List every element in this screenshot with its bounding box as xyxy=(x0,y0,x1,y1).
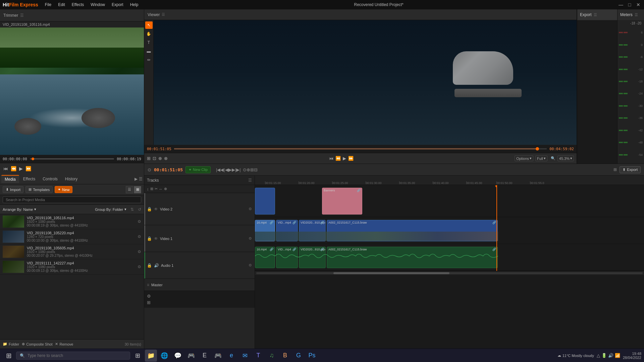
file-gear-1[interactable]: ⚙ xyxy=(138,234,141,239)
close-button[interactable]: ✕ xyxy=(635,2,641,7)
options-dropdown[interactable]: Options ▾ xyxy=(515,156,533,161)
search-input[interactable] xyxy=(3,196,141,203)
trimmer-progress-bar[interactable] xyxy=(30,158,114,160)
sort-options-icon[interactable]: ⇅ xyxy=(130,207,134,212)
track-tool-5[interactable]: ⊕ xyxy=(164,187,167,191)
new-clip-button[interactable]: ✦ New Clip xyxy=(185,166,211,173)
menu-help[interactable]: Help xyxy=(129,2,140,8)
menu-file[interactable]: File xyxy=(44,2,53,8)
remove-button[interactable]: ✕ Remove xyxy=(55,342,73,346)
panel-menu-btn[interactable]: ☰ xyxy=(139,177,143,181)
taskbar-brave[interactable]: B xyxy=(279,350,291,362)
tab-media[interactable]: Media xyxy=(1,175,19,183)
lock-icon-v1[interactable]: 🔒 xyxy=(147,236,152,241)
track-gear-v1[interactable]: ⚙ xyxy=(249,236,252,241)
taskbar-teams[interactable]: T xyxy=(252,350,264,362)
trim-play-button[interactable]: ▶ xyxy=(19,166,23,171)
taskbar-outlook[interactable]: ✉ xyxy=(239,350,251,362)
group-by-dropdown[interactable]: Group By: Folder ▾ xyxy=(95,207,126,212)
lock-icon-v2[interactable]: 🔒 xyxy=(147,207,152,212)
viewer-icon-3[interactable]: ⊕ xyxy=(158,156,162,161)
viewer-play[interactable]: ▶ xyxy=(343,156,346,161)
file-item-3[interactable]: VID_20191111_142227.mp4 644 × 362 pixe… xyxy=(0,259,144,275)
viewer-skip-start[interactable]: ⏮ xyxy=(329,156,333,161)
file-item-0[interactable]: VID_20191108_105116.mp4 644 × 362 pixe… xyxy=(0,214,144,229)
file-gear-3[interactable]: ⚙ xyxy=(138,264,141,269)
trim-step-fwd-button[interactable]: ⏩ xyxy=(25,166,31,171)
import-button[interactable]: ⬇ Import xyxy=(3,186,23,193)
new-button[interactable]: ✦ New xyxy=(55,186,72,193)
file-item-2[interactable]: VID_20191108_105605.mp4 644 × 362 pixe… xyxy=(0,244,144,259)
list-view-btn[interactable]: ☰ xyxy=(126,186,133,193)
viewer-icon-4[interactable]: ⊗ xyxy=(164,156,168,161)
taskbar-photoshop[interactable]: Ps xyxy=(306,350,318,362)
export-menu-icon[interactable]: ☰ xyxy=(594,13,597,17)
maximize-button[interactable]: □ xyxy=(627,2,633,7)
refresh-icon[interactable]: ↺ xyxy=(138,207,141,212)
track-tool-4[interactable]: ↔ xyxy=(159,187,163,191)
tl-export-button[interactable]: ⬆ Export xyxy=(620,166,641,173)
text-tool[interactable]: T xyxy=(145,39,153,46)
folder-button[interactable]: 📁 Folder xyxy=(3,342,19,346)
trim-skip-start-button[interactable]: ⏮ xyxy=(3,166,8,171)
lock-icon-a1[interactable]: 🔒 xyxy=(147,263,152,268)
viewer-zoom-dropdown[interactable]: 45.3% ▾ xyxy=(557,156,574,161)
tab-effects[interactable]: Effects xyxy=(20,175,39,183)
taskbar-explorer[interactable]: 📁 xyxy=(145,350,157,362)
tab-controls[interactable]: Controls xyxy=(39,175,61,183)
tracks-menu-icon[interactable]: ☰ xyxy=(248,178,252,183)
sys-time[interactable]: 19:48 28/04/2022 xyxy=(623,352,641,360)
taskbar-spotify[interactable]: ♫ xyxy=(266,350,278,362)
track-gear-a1[interactable]: ⚙ xyxy=(249,263,252,267)
viewer-step-back[interactable]: ⏪ xyxy=(335,156,341,161)
taskbar-google[interactable]: G xyxy=(292,350,305,362)
taskbar-xbox[interactable]: 🎮 xyxy=(212,350,224,362)
trimmer-menu-icon[interactable]: ☰ xyxy=(20,13,24,18)
pen-tool[interactable]: ✏ xyxy=(145,56,153,64)
taskbar-epic[interactable]: E xyxy=(199,350,211,362)
minimize-button[interactable]: — xyxy=(618,2,624,7)
trim-step-back-button[interactable]: ⏪ xyxy=(11,166,16,171)
menu-effects[interactable]: Effects xyxy=(70,2,85,8)
eye-icon-v1[interactable]: 👁 xyxy=(154,236,158,241)
settings-icon[interactable]: ⚙ xyxy=(147,294,252,299)
track-tool-3[interactable]: ✂ xyxy=(155,187,158,191)
meters-menu-icon[interactable]: ☰ xyxy=(635,13,638,17)
grid-view-btn[interactable]: ⊞ xyxy=(134,186,141,193)
select-tool[interactable]: ↖ xyxy=(145,21,153,29)
taskbar-steam[interactable]: 🎮 xyxy=(185,350,197,362)
track-gear-v2[interactable]: ⚙ xyxy=(249,207,252,211)
taskbar-edge[interactable]: e xyxy=(225,350,237,362)
add-track-icon[interactable]: ⊞ xyxy=(147,300,252,305)
file-gear-0[interactable]: ⚙ xyxy=(138,219,141,224)
composite-shot-button[interactable]: ⊕ Composite Shot xyxy=(22,342,52,346)
taskbar-search-input[interactable] xyxy=(28,353,126,358)
viewer-step-fwd[interactable]: ⏩ xyxy=(348,156,354,161)
viewer-menu-icon[interactable]: ☰ xyxy=(162,12,165,17)
track-tool-2[interactable]: ⊞ xyxy=(150,187,153,191)
clip-banner[interactable]: Banners 🔗 xyxy=(322,188,362,215)
hand-tool[interactable]: ✋ xyxy=(145,30,153,38)
menu-export[interactable]: Export xyxy=(110,2,125,8)
start-button[interactable]: ⊞ xyxy=(3,350,15,362)
hscroll-track[interactable] xyxy=(256,272,643,274)
file-gear-2[interactable]: ⚙ xyxy=(138,249,141,254)
tl-settings-icon[interactable]: ⊙ xyxy=(148,167,151,172)
viewer-progress-bar[interactable] xyxy=(174,148,547,149)
viewer-full-dropdown[interactable]: Full ▾ xyxy=(535,156,547,161)
menu-window[interactable]: Window xyxy=(89,2,106,8)
eye-icon-v2[interactable]: 👁 xyxy=(154,207,158,212)
tl-expand-icon[interactable]: ⊞ xyxy=(613,167,617,172)
viewer-icon-1[interactable]: ⊞ xyxy=(147,156,151,161)
file-item-1[interactable]: VID_20191108_105220.mp4 1280 × 720 pixel… xyxy=(0,229,144,244)
tracks-area[interactable]: 00:01:15.00 00:01:20.00 00:01:25.00 00:0… xyxy=(255,176,644,349)
arrange-by-dropdown[interactable]: Arrange By: Name ▾ xyxy=(3,207,36,212)
track-tool-1[interactable]: ↕ xyxy=(147,187,149,191)
taskbar-chrome[interactable]: 🌐 xyxy=(158,350,170,362)
mute-icon-a1[interactable]: 🔊 xyxy=(154,263,159,268)
templates-button[interactable]: ⊞ Templates xyxy=(25,186,53,193)
clip-blue-v2[interactable] xyxy=(255,188,275,215)
taskbar-task-view[interactable]: ⊞ xyxy=(131,350,144,362)
menu-edit[interactable]: Edit xyxy=(57,2,66,8)
tab-history[interactable]: History xyxy=(62,175,81,183)
